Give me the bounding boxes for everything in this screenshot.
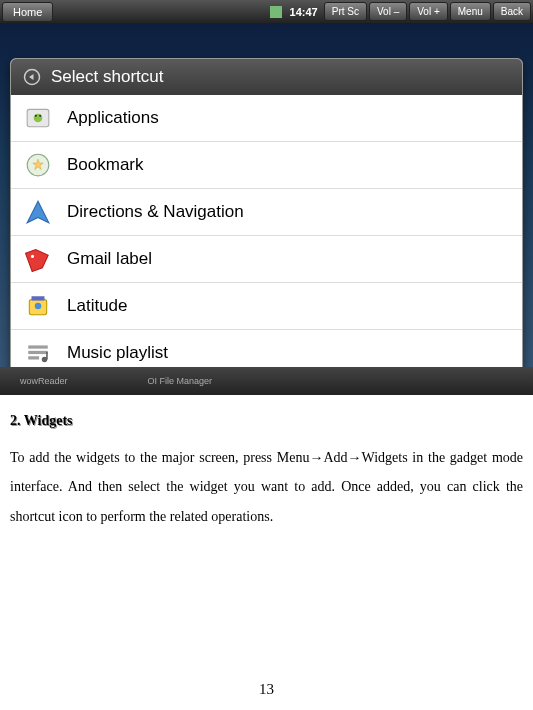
prtsc-button[interactable]: Prt Sc: [324, 2, 367, 21]
section-heading: 2. Widgets: [10, 413, 523, 429]
music-icon: [25, 340, 51, 366]
item-label: Directions & Navigation: [67, 202, 244, 222]
signal-icon: [270, 6, 282, 18]
latitude-icon: [25, 293, 51, 319]
svg-rect-12: [28, 356, 39, 359]
back-button[interactable]: Back: [493, 2, 531, 21]
svg-rect-11: [28, 351, 48, 354]
navigation-icon: [25, 199, 51, 225]
svg-rect-14: [46, 352, 48, 360]
page-number: 13: [0, 681, 533, 698]
dock-bar: wowReader OI File Manager: [0, 367, 533, 395]
item-label: Applications: [67, 108, 159, 128]
home-button[interactable]: Home: [2, 2, 53, 22]
shortcut-bookmark[interactable]: Bookmark: [11, 142, 522, 189]
svg-point-3: [35, 115, 37, 117]
item-label: Bookmark: [67, 155, 144, 175]
item-label: Music playlist: [67, 343, 168, 363]
shortcut-list: Applications Bookmark Directions & Navig…: [11, 95, 522, 376]
shortcut-gmail-label[interactable]: Gmail label: [11, 236, 522, 283]
svg-point-4: [39, 115, 41, 117]
shortcut-icon: [23, 68, 41, 86]
vol-up-button[interactable]: Vol +: [409, 2, 448, 21]
dialog-header: Select shortcut: [11, 59, 522, 95]
select-shortcut-dialog: Select shortcut Applications Bookmark Di…: [10, 58, 523, 377]
android-icon: [25, 105, 51, 131]
tag-icon: [25, 246, 51, 272]
svg-point-8: [35, 303, 42, 310]
item-label: Latitude: [67, 296, 128, 316]
menu-button[interactable]: Menu: [450, 2, 491, 21]
vol-down-button[interactable]: Vol –: [369, 2, 407, 21]
android-screenshot: Home 14:47 Prt Sc Vol – Vol + Menu Back …: [0, 0, 533, 395]
status-bar: Home 14:47 Prt Sc Vol – Vol + Menu Back: [0, 0, 533, 23]
clock: 14:47: [286, 6, 322, 18]
bookmark-icon: [25, 152, 51, 178]
body-paragraph: To add the widgets to the major screen, …: [10, 443, 523, 531]
document-content: 2. Widgets To add the widgets to the maj…: [0, 395, 533, 531]
dialog-title: Select shortcut: [51, 67, 163, 87]
item-label: Gmail label: [67, 249, 152, 269]
shortcut-applications[interactable]: Applications: [11, 95, 522, 142]
svg-point-2: [34, 114, 43, 123]
svg-rect-10: [28, 345, 48, 348]
dock-wowreader[interactable]: wowReader: [20, 376, 68, 386]
svg-rect-9: [32, 296, 45, 300]
shortcut-latitude[interactable]: Latitude: [11, 283, 522, 330]
shortcut-directions[interactable]: Directions & Navigation: [11, 189, 522, 236]
dock-filemanager[interactable]: OI File Manager: [148, 376, 213, 386]
